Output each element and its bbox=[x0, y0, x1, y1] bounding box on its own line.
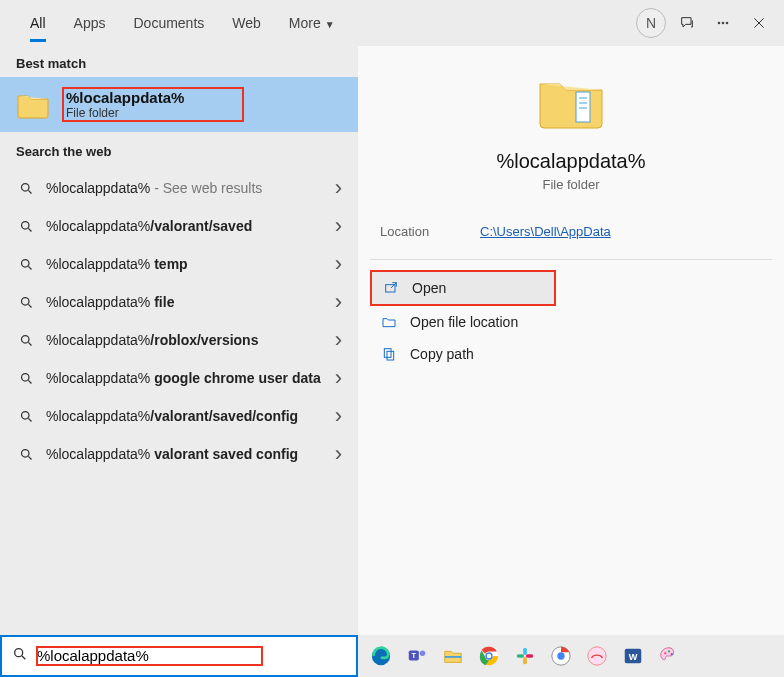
web-result-item[interactable]: %localappdata% temp› bbox=[0, 245, 358, 283]
close-icon[interactable] bbox=[744, 8, 774, 38]
svg-rect-29 bbox=[523, 657, 527, 664]
search-icon bbox=[16, 371, 36, 386]
tab-documents[interactable]: Documents bbox=[119, 5, 218, 41]
svg-point-6 bbox=[21, 297, 29, 305]
taskbar-chrome-icon[interactable] bbox=[474, 641, 504, 671]
search-icon bbox=[16, 257, 36, 272]
svg-point-3 bbox=[21, 183, 29, 191]
svg-point-18 bbox=[15, 649, 23, 657]
svg-point-10 bbox=[21, 449, 29, 457]
search-web-header: Search the web bbox=[0, 134, 358, 165]
web-result-item[interactable]: %localappdata%/valorant/saved/config› bbox=[0, 397, 358, 435]
chevron-right-icon: › bbox=[335, 289, 342, 315]
tab-more-label: More bbox=[289, 15, 321, 31]
svg-rect-30 bbox=[526, 654, 533, 658]
taskbar-chrome2-icon[interactable] bbox=[546, 641, 576, 671]
svg-point-9 bbox=[21, 411, 29, 419]
svg-text:T: T bbox=[412, 651, 417, 660]
web-result-item[interactable]: %localappdata% valorant saved config› bbox=[0, 435, 358, 473]
svg-rect-11 bbox=[576, 92, 590, 122]
web-result-item[interactable]: %localappdata% - See web results› bbox=[0, 169, 358, 207]
taskbar-word-icon[interactable]: W bbox=[618, 641, 648, 671]
tab-apps[interactable]: Apps bbox=[60, 5, 120, 41]
web-result-item[interactable]: %localappdata% file› bbox=[0, 283, 358, 321]
web-result-text: %localappdata%/valorant/saved/config bbox=[46, 407, 335, 425]
search-icon bbox=[12, 646, 28, 666]
actions-list: Open Open file location Copy path bbox=[358, 270, 784, 370]
web-result-item[interactable]: %localappdata% google chrome user data› bbox=[0, 359, 358, 397]
svg-rect-27 bbox=[523, 648, 527, 655]
svg-rect-23 bbox=[445, 656, 462, 658]
chevron-right-icon: › bbox=[335, 175, 342, 201]
search-icon bbox=[16, 447, 36, 462]
best-match-subtitle: File folder bbox=[66, 106, 184, 120]
action-open[interactable]: Open bbox=[372, 272, 554, 304]
user-avatar[interactable]: N bbox=[636, 8, 666, 38]
chevron-right-icon: › bbox=[335, 213, 342, 239]
best-match-item[interactable]: %localappdata% File folder bbox=[0, 77, 358, 132]
web-result-item[interactable]: %localappdata%/roblox/versions› bbox=[0, 321, 358, 359]
copy-icon bbox=[380, 346, 398, 362]
svg-point-26 bbox=[487, 654, 492, 659]
best-match-title: %localappdata% bbox=[66, 89, 184, 106]
svg-point-2 bbox=[726, 22, 728, 24]
tab-all[interactable]: All bbox=[16, 5, 60, 41]
svg-point-7 bbox=[21, 335, 29, 343]
web-result-item[interactable]: %localappdata%/valorant/saved› bbox=[0, 207, 358, 245]
open-icon bbox=[382, 280, 400, 296]
chevron-right-icon: › bbox=[335, 251, 342, 277]
location-row: Location C:\Users\Dell\AppData bbox=[358, 212, 784, 259]
taskbar: T W bbox=[358, 635, 784, 677]
search-input[interactable] bbox=[37, 647, 227, 664]
svg-point-36 bbox=[664, 652, 666, 654]
action-open-label: Open bbox=[412, 280, 446, 296]
search-box[interactable] bbox=[0, 635, 358, 677]
location-label: Location bbox=[380, 224, 480, 239]
svg-point-5 bbox=[21, 259, 29, 267]
web-results-list: %localappdata% - See web results›%locala… bbox=[0, 165, 358, 481]
chevron-right-icon: › bbox=[335, 327, 342, 353]
folder-big-icon bbox=[536, 72, 606, 136]
action-open-location-label: Open file location bbox=[410, 314, 518, 330]
svg-point-32 bbox=[557, 652, 564, 659]
taskbar-explorer-icon[interactable] bbox=[438, 641, 468, 671]
web-result-text: %localappdata%/roblox/versions bbox=[46, 331, 335, 349]
taskbar-paint-icon[interactable] bbox=[654, 641, 684, 671]
action-open-location[interactable]: Open file location bbox=[370, 306, 772, 338]
action-copy-path-label: Copy path bbox=[410, 346, 474, 362]
action-copy-path[interactable]: Copy path bbox=[370, 338, 772, 370]
web-result-text: %localappdata% file bbox=[46, 293, 335, 311]
taskbar-teams-icon[interactable]: T bbox=[402, 641, 432, 671]
tab-more[interactable]: More▼ bbox=[275, 5, 349, 41]
preview-subtitle: File folder bbox=[378, 177, 764, 192]
taskbar-slack-icon[interactable] bbox=[510, 641, 540, 671]
chevron-right-icon: › bbox=[335, 403, 342, 429]
results-panel: Best match %localappdata% File folder Se… bbox=[0, 46, 358, 635]
web-result-text: %localappdata% valorant saved config bbox=[46, 445, 335, 463]
svg-point-4 bbox=[21, 221, 29, 229]
more-icon[interactable] bbox=[708, 8, 738, 38]
chevron-right-icon: › bbox=[335, 441, 342, 467]
web-result-text: %localappdata% temp bbox=[46, 255, 335, 273]
svg-point-8 bbox=[21, 373, 29, 381]
location-link[interactable]: C:\Users\Dell\AppData bbox=[480, 224, 611, 239]
svg-rect-16 bbox=[384, 349, 391, 358]
search-icon bbox=[16, 219, 36, 234]
chevron-down-icon: ▼ bbox=[325, 19, 335, 30]
svg-rect-28 bbox=[517, 654, 524, 658]
preview-title: %localappdata% bbox=[378, 150, 764, 173]
svg-text:W: W bbox=[629, 652, 638, 662]
folder-icon bbox=[16, 88, 50, 122]
svg-point-1 bbox=[722, 22, 724, 24]
svg-point-38 bbox=[671, 653, 673, 655]
tab-web[interactable]: Web bbox=[218, 5, 275, 41]
taskbar-edge-icon[interactable] bbox=[366, 641, 396, 671]
web-result-text: %localappdata% google chrome user data bbox=[46, 369, 335, 387]
folder-open-icon bbox=[380, 314, 398, 330]
svg-point-0 bbox=[718, 22, 720, 24]
search-icon bbox=[16, 295, 36, 310]
feedback-icon[interactable] bbox=[672, 8, 702, 38]
preview-panel: %localappdata% File folder Location C:\U… bbox=[358, 46, 784, 635]
taskbar-app1-icon[interactable] bbox=[582, 641, 612, 671]
best-match-header: Best match bbox=[0, 46, 358, 77]
